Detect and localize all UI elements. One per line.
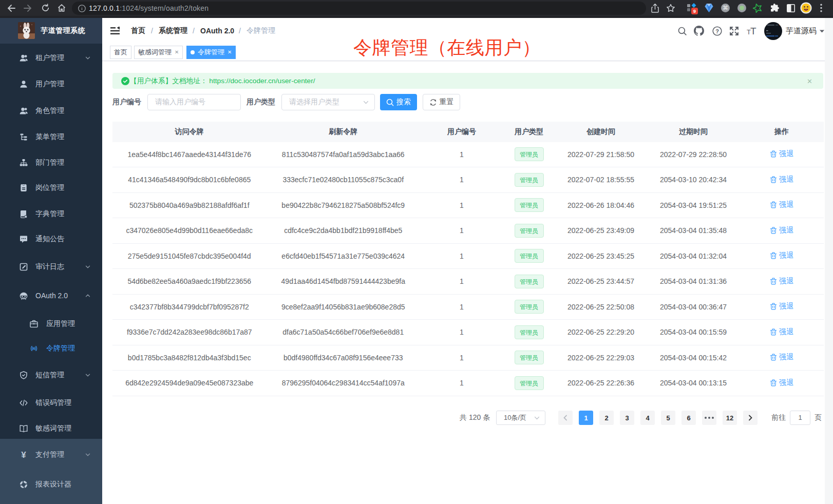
svg-text:T: T [750, 26, 756, 35]
svg-text:9: 9 [693, 8, 696, 14]
svg-text:?: ? [715, 28, 719, 34]
svg-text:⌘: ⌘ [723, 5, 728, 11]
svg-text:a: a [33, 346, 35, 350]
